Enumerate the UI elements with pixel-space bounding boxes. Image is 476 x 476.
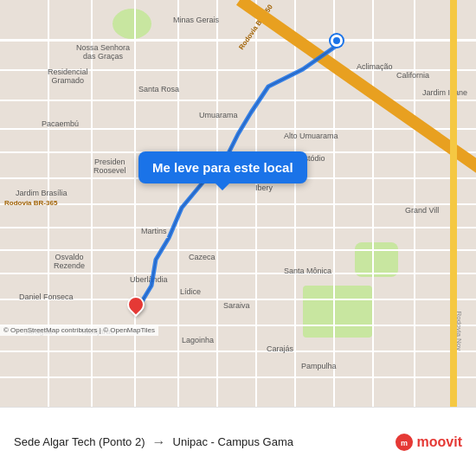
route-path	[0, 0, 476, 407]
bottom-bar: Sede Algar Tech (Ponto 2) → Unipac - Cam…	[0, 407, 476, 476]
origin-label: Sede Algar Tech (Ponto 2)	[14, 435, 145, 448]
tooltip-text: Me leve para este local	[152, 160, 293, 175]
moovit-logo: m moovit	[395, 433, 462, 452]
arrow-icon: →	[152, 434, 166, 450]
svg-text:m: m	[401, 439, 408, 447]
moovit-logo-text: moovit	[417, 434, 462, 450]
map-container: Minas Gerais Nossa Senhoradas Graças Res…	[0, 0, 476, 407]
pin-circle	[124, 293, 148, 317]
origin-dot	[331, 35, 343, 47]
destination-pin	[127, 296, 145, 313]
navigate-tooltip[interactable]: Me leve para este local	[138, 151, 307, 183]
route-info: Sede Algar Tech (Ponto 2) → Unipac - Cam…	[14, 434, 395, 450]
moovit-logo-icon: m	[395, 433, 414, 452]
map-attribution: © OpenStreetMap contributors | © OpenMap…	[0, 325, 158, 336]
destination-label: Unipac - Campus Gama	[173, 435, 293, 448]
